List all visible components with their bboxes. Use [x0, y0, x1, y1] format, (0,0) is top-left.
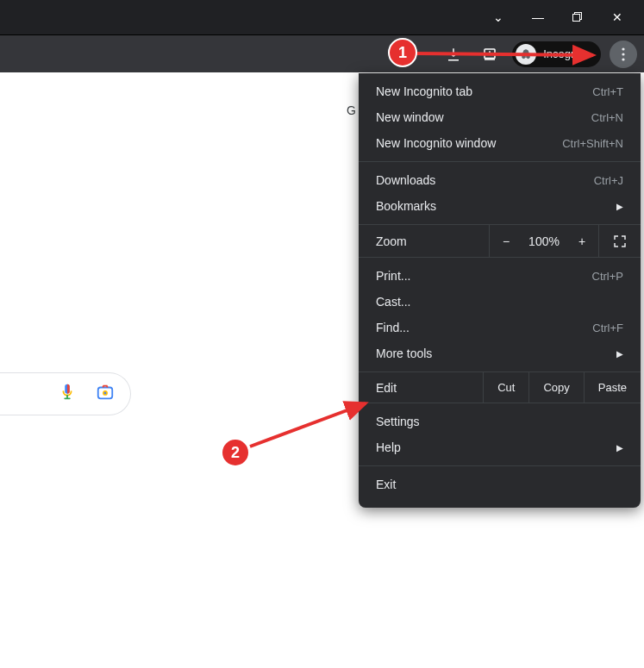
fullscreen-button[interactable] [599, 234, 641, 248]
annotation-badge-2: 2 [221, 438, 250, 467]
chevron-right-icon: ▶ [616, 202, 623, 211]
menu-new-window[interactable]: New window Ctrl+N [359, 104, 641, 130]
menu-exit[interactable]: Exit [359, 471, 641, 497]
svg-point-11 [104, 392, 107, 395]
menu-edit-row: Edit Cut Copy Paste [359, 372, 641, 403]
more-menu-button[interactable] [610, 41, 637, 68]
menu-section-tools: Print... Ctrl+P Cast... Find... Ctrl+F M… [359, 258, 641, 372]
svg-rect-5 [522, 53, 530, 53]
maximize-icon [572, 12, 583, 22]
menu-cast[interactable]: Cast... [359, 289, 641, 315]
svg-point-8 [622, 58, 624, 60]
incognito-icon [519, 47, 533, 61]
edit-label: Edit [359, 381, 483, 395]
menu-settings[interactable]: Settings [359, 409, 641, 434]
chevron-right-icon: ▶ [616, 443, 623, 453]
menu-downloads[interactable]: Downloads Ctrl+J [359, 167, 641, 193]
menu-section-library: Downloads Ctrl+J Bookmarks ▶ [359, 162, 641, 225]
svg-point-7 [622, 53, 624, 55]
menu-section-tabs: New Incognito tab Ctrl+T New window Ctrl… [359, 73, 641, 162]
menu-find[interactable]: Find... Ctrl+F [359, 315, 641, 340]
page-text-fragment: G [347, 103, 356, 117]
svg-point-6 [622, 47, 624, 50]
menu-print[interactable]: Print... Ctrl+P [359, 263, 641, 289]
zoom-label: Zoom [359, 234, 489, 248]
edit-cut-button[interactable]: Cut [483, 372, 528, 403]
zoom-value: 100% [522, 234, 566, 248]
downloads-button[interactable] [440, 41, 467, 68]
install-icon [482, 47, 497, 62]
minimize-button[interactable]: — [518, 3, 558, 31]
incognito-indicator[interactable]: Incognito [512, 41, 601, 67]
edit-copy-button[interactable]: Copy [528, 372, 583, 403]
image-search-icon[interactable] [96, 383, 115, 405]
search-box-right-edge[interactable] [0, 372, 131, 415]
browser-menu: New Incognito tab Ctrl+T New window Ctrl… [359, 73, 641, 508]
zoom-out-button[interactable]: − [490, 234, 522, 248]
zoom-in-button[interactable]: + [566, 234, 598, 248]
menu-bookmarks[interactable]: Bookmarks ▶ [359, 193, 641, 219]
menu-new-incognito-window[interactable]: New Incognito window Ctrl+Shift+N [359, 130, 641, 156]
tab-dropdown-button[interactable]: ⌄ [478, 3, 518, 31]
browser-toolbar: Incognito [0, 34, 644, 72]
menu-new-incognito-tab[interactable]: New Incognito tab Ctrl+T [359, 78, 641, 104]
annotation-badge-1: 1 [388, 38, 417, 67]
install-button[interactable] [476, 41, 503, 68]
more-vertical-icon [622, 47, 625, 61]
chevron-right-icon: ▶ [616, 349, 623, 359]
incognito-label: Incognito [543, 47, 589, 60]
menu-section-exit: Exit [359, 466, 641, 503]
menu-more-tools[interactable]: More tools ▶ [359, 340, 641, 366]
fullscreen-icon [613, 234, 627, 248]
svg-rect-1 [573, 15, 580, 22]
edit-paste-button[interactable]: Paste [584, 372, 641, 403]
menu-help[interactable]: Help ▶ [359, 434, 641, 460]
menu-zoom-row: Zoom − 100% + [359, 225, 641, 258]
incognito-avatar [516, 44, 536, 65]
download-icon [446, 47, 461, 62]
voice-search-icon[interactable] [58, 383, 77, 405]
window-titlebar: ⌄ — ✕ [0, 0, 644, 34]
maximize-button[interactable] [558, 3, 597, 31]
menu-section-settings: Settings Help ▶ [359, 403, 641, 466]
close-button[interactable]: ✕ [597, 3, 637, 31]
